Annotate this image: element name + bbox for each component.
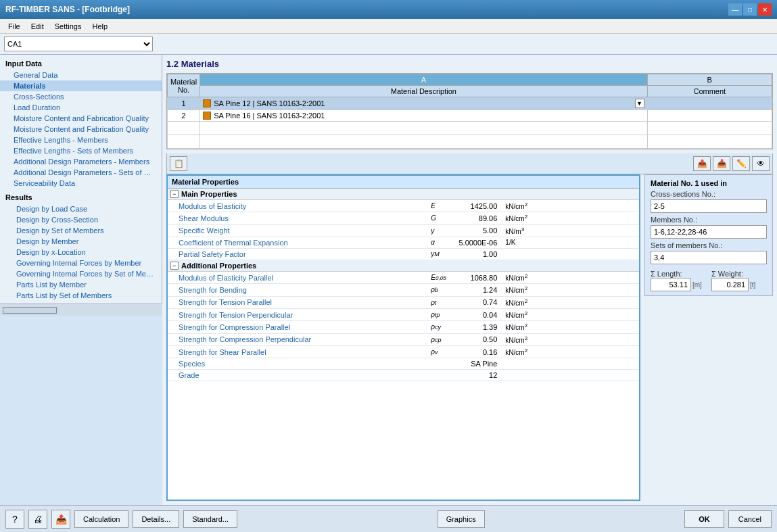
cross-sections-label: Cross-sections No.: (651, 190, 767, 198)
sidebar-item-serviceability[interactable]: Serviceability Data (0, 178, 162, 189)
ok-button[interactable]: OK (684, 510, 724, 528)
close-button[interactable]: ✕ (758, 3, 772, 16)
sidebar-item-add-design-sets[interactable]: Additional Design Parameters - Sets of M… (0, 167, 162, 178)
sidebar-item-moisture2[interactable]: Moisture Content and Fabrication Quality (0, 124, 162, 135)
sidebar-item-gov-forces-set[interactable]: Governing Internal Forces by Set of Mem.… (0, 268, 162, 279)
sidebar-item-eff-lengths-sets[interactable]: Effective Lengths - Sets of Members (0, 145, 162, 156)
sidebar-item-general-data[interactable]: General Data (0, 70, 162, 80)
icon-btn-2[interactable]: 🖨 (28, 510, 47, 529)
window-controls: — □ ✕ (728, 3, 772, 16)
info-panel: Material No. 1 used in Cross-sections No… (644, 174, 773, 501)
details-button[interactable]: Details... (133, 510, 179, 528)
sidebar-item-design-x-location[interactable]: Design by x-Location (0, 247, 162, 258)
mat-desc-2[interactable]: SA Pine 16 | SANS 10163-2:2001 (200, 110, 647, 122)
menu-settings[interactable]: Settings (49, 21, 87, 32)
content-area: Input Data General Data Materials Cross-… (0, 55, 777, 505)
color-box-1 (203, 99, 211, 107)
material-used-in-box: Material No. 1 used in Cross-sections No… (644, 174, 773, 296)
row-num-2: 2 (168, 110, 200, 122)
prop-row: Strength for Shear Parallel ρv 0.16 kN/c… (168, 345, 639, 358)
prop-row: Coefficient of Thermal Expansion α 5.000… (168, 237, 639, 248)
icon-btn-1[interactable]: ? (5, 510, 24, 529)
menu-file[interactable]: File (3, 21, 26, 32)
graphics-button[interactable]: Graphics (438, 510, 485, 528)
sidebar-item-load-duration[interactable]: Load Duration (0, 102, 162, 113)
maximize-button[interactable]: □ (743, 3, 757, 16)
mat-desc-1[interactable]: SA Pine 12 | SANS 10163-2:2001 ▼ (200, 97, 647, 110)
table-row[interactable]: 2 SA Pine 16 | SANS 10163-2:2001 (168, 110, 772, 122)
prop-unit: kN/cm2 (501, 200, 639, 212)
export-btn[interactable]: 📤 (693, 156, 711, 171)
sidebar-item-moisture1[interactable]: Moisture Content and Fabrication Quality (0, 113, 162, 124)
prop-name: Species (168, 358, 427, 370)
comment-2 (647, 110, 772, 122)
view-btn[interactable]: 👁 (752, 156, 770, 171)
calculation-button[interactable]: Calculation (74, 510, 128, 528)
comment-1 (647, 97, 772, 110)
col-a-header: A (200, 74, 647, 86)
prop-unit: kN/cm2 (501, 212, 639, 224)
length-group: Σ Length: [m] (651, 270, 706, 291)
prop-value: 1068.80 (454, 272, 501, 284)
prop-symbol: ρv (427, 345, 454, 358)
collapse-additional-props[interactable]: − (170, 262, 179, 270)
add-material-btn[interactable]: 📋 (170, 156, 187, 171)
weight-unit: [t] (750, 281, 755, 289)
collapse-main-props[interactable]: − (170, 190, 179, 198)
sidebar-item-gov-forces-member[interactable]: Governing Internal Forces by Member (0, 258, 162, 268)
content-split: Material Properties − Main Properties Mo… (166, 174, 773, 501)
minimize-button[interactable]: — (728, 3, 742, 16)
members-label: Members No.: (651, 216, 767, 224)
prop-value: 0.74 (454, 296, 501, 308)
prop-symbol (427, 370, 454, 381)
menu-help[interactable]: Help (87, 21, 113, 32)
sidebar-item-add-design-members[interactable]: Additional Design Parameters - Members (0, 156, 162, 167)
prop-row: Shear Modulus G 89.06 kN/cm2 (168, 212, 639, 224)
prop-row: Strength for Tension Perpendicular ρtp 0… (168, 308, 639, 320)
sidebar-hscrollbar[interactable] (3, 307, 57, 314)
sidebar-item-materials[interactable]: Materials (0, 80, 162, 91)
col-b-header: B (647, 74, 772, 86)
prop-unit: kN/cm2 (501, 345, 639, 358)
main-props-label: Main Properties (181, 190, 237, 198)
sidebar-item-cross-sections[interactable]: Cross-Sections (0, 91, 162, 102)
sidebar-item-parts-set[interactable]: Parts List by Set of Members (0, 290, 162, 301)
color-box-2 (203, 112, 211, 120)
materials-table-container: MaterialNo. A B Material Description Com… (166, 73, 773, 149)
standard-button[interactable]: Standard... (183, 510, 237, 528)
menu-edit[interactable]: Edit (26, 21, 49, 32)
prop-row: Specific Weight γ 5.00 kN/m3 (168, 224, 639, 237)
table-row[interactable]: 1 SA Pine 12 | SANS 10163-2:2001 ▼ (168, 97, 772, 110)
sidebar-item-design-member[interactable]: Design by Member (0, 236, 162, 247)
prop-row: Modulus of Elasticity E 1425.00 kN/cm2 (168, 200, 639, 212)
sets-label: Sets of members No.: (651, 241, 767, 249)
additional-props-label: Additional Properties (181, 262, 256, 270)
prop-name: Strength for Tension Perpendicular (168, 308, 427, 320)
sidebar-item-design-load-case[interactable]: Design by Load Case (0, 203, 162, 214)
prop-value: 1.24 (454, 284, 501, 296)
sidebar-item-parts-member[interactable]: Parts List by Member (0, 279, 162, 290)
sidebar-item-design-cross-section[interactable]: Design by Cross-Section (0, 214, 162, 225)
menu-bar: File Edit Settings Help (0, 19, 777, 34)
prop-value: 0.04 (454, 308, 501, 320)
sets-input[interactable] (651, 251, 767, 264)
sidebar-item-eff-lengths-members[interactable]: Effective Lengths - Members (0, 135, 162, 145)
members-input[interactable] (651, 225, 767, 239)
sidebar: Input Data General Data Materials Cross-… (0, 55, 162, 304)
ca-dropdown[interactable]: CA1 CA2 (4, 37, 153, 51)
weight-input[interactable] (711, 278, 749, 291)
sigma-weight-label: Σ Weight: (711, 270, 767, 278)
length-input[interactable] (651, 278, 691, 291)
props-header: Material Properties (168, 176, 639, 189)
cancel-button[interactable]: Cancel (728, 510, 772, 528)
cross-sections-input[interactable] (651, 199, 767, 213)
import-btn[interactable]: 📥 (713, 156, 730, 171)
icon-btn-3[interactable]: 📤 (51, 510, 70, 529)
mat-dropdown-btn-1[interactable]: ▼ (635, 99, 644, 108)
sidebar-scroll-row (0, 304, 162, 316)
prop-value: 1425.00 (454, 200, 501, 212)
edit-btn[interactable]: ✏️ (732, 156, 750, 171)
prop-unit (501, 248, 639, 260)
dropdown-row: CA1 CA2 (0, 34, 777, 55)
sidebar-item-design-set-members[interactable]: Design by Set of Members (0, 225, 162, 236)
